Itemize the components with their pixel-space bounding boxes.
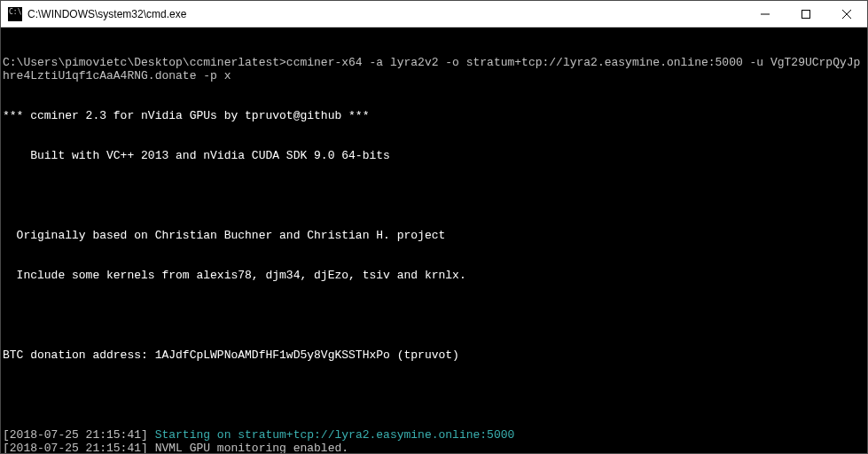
log-container: [2018-07-25 21:15:41] Starting on stratu… [3,428,867,453]
log-message: Starting on stratum+tcp://lyra2.easymine… [155,428,515,442]
maximize-button[interactable] [786,1,826,27]
maximize-icon [802,10,810,19]
blank-line [3,309,867,322]
prompt-path: C:\Users\pimovietc\Desktop\ccminerlatest… [3,56,286,69]
command-line: C:\Users\pimovietc\Desktop\ccminerlatest… [3,56,867,82]
header-line: Originally based on Christian Buchner an… [3,229,867,242]
log-timestamp: [2018-07-25 21:15:41] [3,442,155,453]
svg-rect-1 [802,10,810,18]
minimize-button[interactable] [745,1,786,27]
blank-line [3,388,867,402]
header-line: *** ccminer 2.3 for nVidia GPUs by tpruv… [3,109,867,122]
terminal-area[interactable]: C:\Users\pimovietc\Desktop\ccminerlatest… [1,27,867,453]
minimize-icon [761,10,770,19]
titlebar[interactable]: C:\WINDOWS\system32\cmd.exe [1,1,867,27]
close-button[interactable] [826,1,867,27]
header-line: Include some kernels from alexis78, djm3… [3,269,867,282]
log-timestamp: [2018-07-25 21:15:41] [3,428,155,442]
window-title: C:\WINDOWS\system32\cmd.exe [27,8,745,20]
log-line: [2018-07-25 21:15:41] NVML GPU monitorin… [3,442,867,453]
header-line: Built with VC++ 2013 and nVidia CUDA SDK… [3,149,867,162]
cmd-icon [8,7,22,21]
header-line: BTC donation address: 1AJdfCpLWPNoAMDfHF… [3,348,867,362]
cmd-window: C:\WINDOWS\system32\cmd.exe C:\Users\pim… [0,0,868,454]
blank-line [3,189,867,202]
log-message: NVML GPU monitoring enabled. [155,442,348,453]
log-line: [2018-07-25 21:15:41] Starting on stratu… [3,428,867,442]
titlebar-buttons [745,1,867,27]
close-icon [842,10,851,19]
